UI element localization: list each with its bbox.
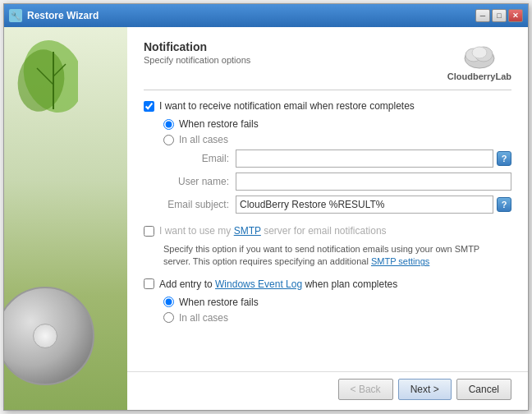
email-input[interactable]: [236, 150, 493, 168]
when-fails-row-2: When restore fails: [163, 297, 511, 308]
leaf-decoration-icon: [12, 35, 78, 117]
main-window: 🔧 Restore Wizard ─ □ ✕: [3, 3, 529, 411]
header-text: Notification Specify notification option…: [144, 40, 447, 65]
email-subject-field-row: Email subject: ?: [163, 196, 511, 214]
smtp-checkbox-row: I want to use my SMTP server for email n…: [144, 225, 511, 237]
smtp-checkbox[interactable]: [144, 226, 154, 237]
when-fails-label-2: When restore fails: [179, 297, 259, 308]
title-bar-controls: ─ □ ✕: [475, 9, 523, 22]
window-icon: 🔧: [9, 9, 22, 22]
in-all-cases-row-1: In all cases: [163, 134, 511, 145]
when-fails-radio-1[interactable]: [163, 119, 174, 130]
right-panel: Notification Specify notification option…: [127, 27, 528, 410]
title-bar: 🔧 Restore Wizard ─ □ ✕: [4, 4, 528, 27]
header-section: Notification Specify notification option…: [127, 27, 528, 90]
email-subject-input-wrap: ?: [236, 196, 511, 214]
email-subject-input[interactable]: [236, 196, 493, 214]
window-body: Notification Specify notification option…: [4, 27, 528, 410]
subject-help-button[interactable]: ?: [497, 197, 511, 212]
svg-point-8: [472, 47, 487, 58]
smtp-description: Specify this option if you want to send …: [144, 243, 511, 269]
window-title: Restore Wizard: [27, 10, 99, 21]
in-all-cases-label-1: In all cases: [179, 134, 228, 145]
email-field-row: Email: ?: [163, 150, 511, 168]
event-log-label: Add entry to Windows Event Log when plan…: [159, 278, 397, 290]
windows-event-log-link[interactable]: Windows Event Log: [215, 278, 302, 290]
event-log-checkbox-row: Add entry to Windows Event Log when plan…: [144, 278, 511, 290]
in-all-cases-radio-2[interactable]: [163, 312, 174, 323]
gap-1: [144, 218, 511, 225]
cancel-button[interactable]: Cancel: [456, 379, 511, 400]
in-all-cases-label-2: In all cases: [179, 312, 228, 324]
gap-2: [144, 272, 511, 278]
logo-label: CloudberryLab: [447, 71, 511, 81]
next-button[interactable]: Next >: [398, 379, 452, 400]
email-input-wrap: ?: [236, 150, 511, 168]
page-title: Notification: [144, 40, 447, 53]
receive-email-checkbox[interactable]: [144, 101, 154, 112]
event-log-checkbox[interactable]: [144, 278, 154, 289]
page-subtitle: Specify notification options: [144, 55, 447, 65]
left-panel: [4, 27, 127, 410]
footer-section: < Back Next > Cancel: [127, 371, 528, 410]
username-input[interactable]: [236, 172, 511, 191]
username-field-row: User name:: [163, 172, 511, 191]
email-subject-label: Email subject:: [163, 199, 229, 210]
event-log-options-indent: When restore fails In all cases: [144, 297, 511, 324]
when-fails-row-1: When restore fails: [163, 118, 511, 130]
receive-email-label: I want to receive notification email whe…: [159, 100, 415, 112]
when-fails-radio-2[interactable]: [163, 297, 174, 307]
username-input-wrap: [236, 172, 511, 191]
in-all-cases-radio-1[interactable]: [163, 135, 174, 145]
smtp-settings-link[interactable]: SMTP settings: [371, 256, 429, 266]
cloudberry-logo-icon: [462, 40, 497, 70]
username-label: User name:: [163, 176, 229, 187]
when-fails-label-1: When restore fails: [179, 118, 259, 130]
smtp-label: I want to use my SMTP server for email n…: [159, 225, 387, 237]
in-all-cases-row-2: In all cases: [163, 312, 511, 324]
content-section: I want to receive notification email whe…: [127, 90, 528, 371]
disc-decoration: [4, 287, 103, 393]
minimize-button[interactable]: ─: [475, 9, 490, 22]
close-button[interactable]: ✕: [508, 9, 523, 22]
maximize-button[interactable]: □: [492, 9, 507, 22]
logo-area: CloudberryLab: [447, 40, 511, 81]
email-help-button[interactable]: ?: [497, 151, 511, 166]
email-options-indent: When restore fails In all cases Email: ?: [144, 118, 511, 214]
title-bar-text: 🔧 Restore Wizard: [9, 9, 99, 22]
email-label: Email:: [163, 153, 229, 164]
back-button[interactable]: < Back: [338, 379, 393, 400]
receive-email-row: I want to receive notification email whe…: [144, 100, 511, 112]
